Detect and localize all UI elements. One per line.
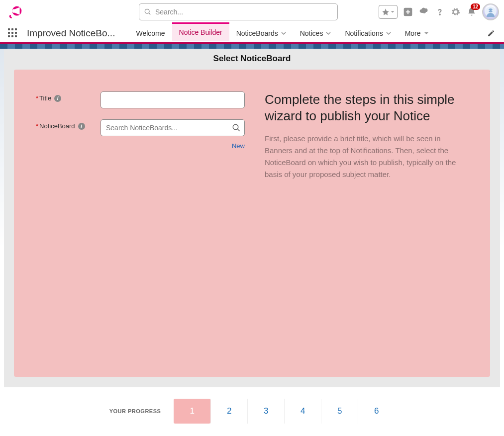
global-search-wrap bbox=[139, 3, 338, 20]
progress-step-5[interactable]: 5 bbox=[321, 399, 358, 424]
noticeboard-lookup-input[interactable] bbox=[101, 119, 245, 136]
top-header: 12 bbox=[0, 0, 504, 24]
help-column: Complete the steps in this simple wizard… bbox=[265, 91, 470, 367]
star-icon bbox=[382, 8, 390, 16]
svg-line-3 bbox=[149, 13, 150, 14]
add-button[interactable] bbox=[403, 6, 413, 17]
svg-point-2 bbox=[145, 9, 149, 13]
svg-point-8 bbox=[489, 10, 490, 11]
nav-tab-label: Notices bbox=[300, 29, 323, 37]
noticeboard-field-row: *NoticeBoard i New bbox=[36, 119, 245, 150]
global-search-input[interactable] bbox=[155, 8, 332, 16]
nav-tab-label: NoticeBoards bbox=[236, 29, 278, 37]
chevron-down-icon bbox=[326, 31, 331, 36]
new-noticeboard-link[interactable]: New bbox=[232, 142, 245, 150]
search-icon bbox=[144, 8, 151, 15]
panel-title: Select NoticeBoard bbox=[14, 49, 490, 70]
nav-tab-more[interactable]: More bbox=[398, 24, 436, 42]
content-panel: Select NoticeBoard *Title i *NoticeBoard… bbox=[4, 49, 500, 387]
svg-point-10 bbox=[233, 124, 238, 130]
chevron-down-icon bbox=[281, 31, 286, 36]
search-icon bbox=[232, 123, 241, 132]
pattern-strip bbox=[0, 44, 504, 49]
notifications-bell-button[interactable]: 12 bbox=[466, 6, 477, 17]
info-icon[interactable]: i bbox=[78, 123, 85, 130]
nav-tab-notifications[interactable]: Notifications bbox=[338, 24, 398, 42]
global-search[interactable] bbox=[139, 3, 338, 20]
notification-badge: 12 bbox=[471, 3, 480, 10]
svg-point-1 bbox=[12, 9, 16, 13]
progress-step-6[interactable]: 6 bbox=[358, 399, 395, 424]
nav-tab-noticeboards[interactable]: NoticeBoards bbox=[229, 24, 293, 42]
progress-footer: YOUR PROGRESS 123456 bbox=[4, 387, 500, 435]
title-label: *Title i bbox=[36, 91, 101, 102]
noticeboard-label: *NoticeBoard i bbox=[36, 119, 101, 130]
salesforce-icon[interactable] bbox=[418, 6, 429, 17]
favorites-button[interactable] bbox=[379, 5, 398, 19]
edit-pencil-icon[interactable] bbox=[487, 29, 495, 37]
user-avatar[interactable] bbox=[482, 3, 499, 20]
nav-bar: Improved NoticeBo... WelcomeNotice Build… bbox=[0, 24, 504, 44]
help-heading: Complete the steps in this simple wizard… bbox=[265, 91, 470, 124]
progress-step-2[interactable]: 2 bbox=[210, 399, 247, 424]
svg-point-9 bbox=[492, 10, 493, 11]
nav-tab-notices[interactable]: Notices bbox=[293, 24, 338, 42]
header-actions: 12 bbox=[379, 3, 499, 20]
setup-gear-button[interactable] bbox=[450, 6, 461, 17]
nav-tab-label: Welcome bbox=[136, 29, 165, 37]
svg-line-11 bbox=[237, 129, 240, 131]
nav-tab-label: Notice Builder bbox=[179, 28, 222, 36]
nav-tabs: WelcomeNotice BuilderNoticeBoardsNotices… bbox=[129, 24, 435, 42]
wizard-body: *Title i *NoticeBoard i bbox=[14, 70, 490, 377]
title-field-row: *Title i bbox=[36, 91, 245, 108]
chevron-down-icon bbox=[386, 31, 391, 36]
svg-point-5 bbox=[439, 14, 440, 15]
nav-tab-label: Notifications bbox=[345, 29, 383, 37]
progress-step-1[interactable]: 1 bbox=[174, 399, 210, 424]
progress-step-4[interactable]: 4 bbox=[284, 399, 321, 424]
chevron-down-icon bbox=[424, 31, 429, 36]
help-body: First, please provide a brief title, whi… bbox=[265, 133, 470, 180]
caret-down-icon bbox=[391, 10, 395, 14]
progress-step-3[interactable]: 3 bbox=[247, 399, 284, 424]
nav-tab-welcome[interactable]: Welcome bbox=[129, 24, 172, 42]
nav-tab-notice-builder[interactable]: Notice Builder bbox=[172, 22, 229, 41]
app-logo[interactable] bbox=[5, 2, 27, 21]
app-name: Improved NoticeBo... bbox=[27, 28, 115, 39]
title-input[interactable] bbox=[101, 91, 245, 108]
progress-label: YOUR PROGRESS bbox=[109, 408, 161, 414]
help-button[interactable] bbox=[434, 6, 445, 17]
app-launcher-icon[interactable] bbox=[8, 28, 18, 38]
info-icon[interactable]: i bbox=[54, 95, 61, 102]
nav-tab-label: More bbox=[405, 29, 421, 37]
page-wrap: Select NoticeBoard *Title i *NoticeBoard… bbox=[0, 49, 504, 435]
form-column: *Title i *NoticeBoard i bbox=[36, 91, 245, 367]
